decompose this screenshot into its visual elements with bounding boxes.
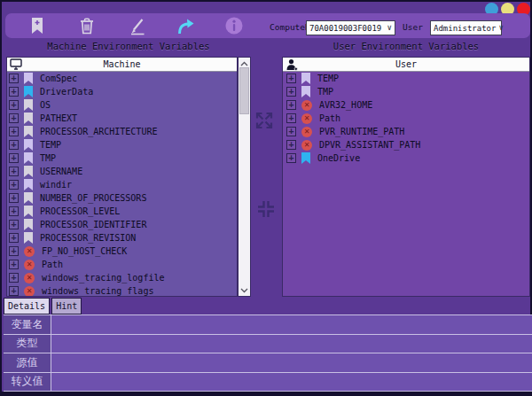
expand-plus-button[interactable] bbox=[9, 167, 19, 176]
export-button[interactable] bbox=[176, 16, 195, 35]
info-button[interactable] bbox=[224, 16, 244, 35]
variable-row[interactable]: PROCESSOR_IDENTIFIER bbox=[7, 218, 237, 231]
detail-field-label: 源值 bbox=[4, 353, 51, 372]
expand-plus-button[interactable] bbox=[286, 74, 296, 83]
variable-row[interactable]: NUMBER_OF_PROCESSORS bbox=[7, 191, 237, 205]
expand-plus-button[interactable] bbox=[9, 286, 19, 296]
user-panel-title: User Environment Variables bbox=[282, 41, 530, 52]
variable-row[interactable]: DriverData bbox=[7, 85, 237, 98]
variable-status-icon bbox=[301, 73, 310, 84]
expand-plus-button[interactable] bbox=[9, 127, 19, 136]
variable-name: AVR32_HOME bbox=[319, 100, 372, 110]
delete-trash-icon bbox=[77, 16, 97, 35]
variable-row[interactable]: OS bbox=[7, 98, 237, 112]
variable-row[interactable]: TMP bbox=[7, 151, 237, 165]
expand-plus-button[interactable] bbox=[286, 153, 296, 163]
expand-plus-button[interactable] bbox=[9, 100, 19, 110]
user-panel: User TEMP TMP bbox=[282, 57, 530, 297]
variable-name: windir bbox=[40, 180, 72, 190]
variable-status-icon bbox=[24, 206, 33, 217]
variable-row[interactable]: windows_tracing_logfile bbox=[7, 271, 237, 284]
variable-row[interactable]: windir bbox=[7, 178, 237, 191]
expand-plus-button[interactable] bbox=[286, 127, 296, 136]
edit-pencil-icon bbox=[128, 16, 147, 35]
expand-plus-button[interactable] bbox=[9, 180, 19, 190]
variable-row[interactable]: ComSpec bbox=[7, 72, 237, 85]
chevron-down-icon bbox=[240, 288, 248, 293]
variable-status-icon bbox=[24, 113, 33, 124]
expand-plus-button[interactable] bbox=[9, 233, 19, 243]
expand-plus-button[interactable] bbox=[286, 140, 296, 150]
variable-status-icon bbox=[301, 86, 310, 97]
machine-variable-list: ComSpec DriverData OS bbox=[7, 72, 237, 296]
variable-status-icon bbox=[301, 100, 312, 111]
variable-row[interactable]: TEMP bbox=[7, 138, 237, 151]
add-bookmark-button[interactable] bbox=[27, 16, 47, 35]
variable-name: windows_tracing_logfile bbox=[42, 273, 164, 283]
detail-tabbar: Details Hint bbox=[4, 298, 83, 314]
variable-name: DriverData bbox=[40, 87, 93, 97]
expand-plus-button[interactable] bbox=[9, 87, 19, 97]
edit-button[interactable] bbox=[128, 16, 147, 35]
variable-row[interactable]: PROCESSOR_LEVEL bbox=[7, 205, 237, 218]
tab-hint[interactable]: Hint bbox=[51, 298, 82, 314]
variable-row[interactable]: Path bbox=[283, 112, 529, 125]
expand-plus-button[interactable] bbox=[286, 113, 296, 123]
variable-row[interactable]: DPVR_ASSISTANT_PATH bbox=[283, 138, 529, 151]
variable-row[interactable]: FP_NO_HOST_CHECK bbox=[7, 245, 237, 258]
machine-panel-title: Machine Environment Variables bbox=[6, 41, 251, 52]
variable-status-icon bbox=[24, 219, 33, 230]
variable-row[interactable]: AVR32_HOME bbox=[283, 98, 529, 112]
variable-name: TEMP bbox=[317, 74, 339, 83]
variable-row[interactable]: PVR_RUNTIME_PATH bbox=[283, 125, 529, 138]
expand-plus-button[interactable] bbox=[9, 206, 19, 216]
toolbar: ComputeName 70A0019003F0019 ∨ User Admin… bbox=[5, 13, 530, 38]
detail-field-label: 类型 bbox=[4, 335, 51, 353]
detail-row: 变量名 bbox=[4, 315, 532, 335]
expand-plus-button[interactable] bbox=[9, 246, 19, 256]
variable-status-icon bbox=[24, 152, 33, 164]
expand-plus-button[interactable] bbox=[9, 193, 19, 203]
user-list: User TEMP TMP bbox=[282, 57, 530, 297]
variable-name: DPVR_ASSISTANT_PATH bbox=[319, 140, 420, 150]
variable-status-icon bbox=[301, 152, 310, 164]
variable-row[interactable]: PROCESSOR_REVISION bbox=[7, 231, 237, 245]
variable-status-icon bbox=[24, 73, 33, 84]
user-variable-list: TEMP TMP AVR32_HOME bbox=[283, 72, 529, 296]
expand-plus-button[interactable] bbox=[9, 260, 19, 269]
machine-header-label: Machine bbox=[103, 59, 140, 69]
collapse-corners-icon bbox=[254, 198, 278, 221]
variable-row[interactable]: PROCESSOR_ARCHITECTURE bbox=[7, 125, 237, 138]
detail-row: 源值 bbox=[4, 353, 532, 373]
variable-row[interactable]: OneDrive bbox=[283, 151, 529, 165]
tab-details[interactable]: Details bbox=[4, 298, 50, 314]
scroll-down-button[interactable] bbox=[239, 284, 250, 296]
variable-status-icon bbox=[24, 246, 35, 257]
user-select[interactable]: Administrator ∨ bbox=[430, 20, 502, 35]
expand-plus-button[interactable] bbox=[9, 153, 19, 163]
expand-plus-button[interactable] bbox=[286, 100, 296, 110]
variable-row[interactable]: PATHEXT bbox=[7, 112, 237, 125]
expand-plus-button[interactable] bbox=[9, 140, 19, 150]
variable-row[interactable]: windows_tracing_flags bbox=[7, 284, 237, 296]
detail-table: 变量名 类型 源值 转义值 bbox=[4, 314, 532, 392]
variable-row[interactable]: USERNAME bbox=[7, 165, 237, 178]
scroll-thumb[interactable] bbox=[239, 67, 249, 114]
collapse-all-button[interactable] bbox=[254, 198, 278, 221]
variable-row[interactable]: Path bbox=[7, 258, 237, 271]
computer-name-select[interactable]: 70A0019003F0019 ∨ bbox=[306, 20, 395, 35]
machine-list-header: Machine bbox=[7, 58, 237, 72]
variable-status-icon bbox=[24, 126, 33, 137]
detail-field-value bbox=[51, 373, 532, 392]
expand-plus-button[interactable] bbox=[9, 74, 19, 83]
expand-plus-button[interactable] bbox=[9, 113, 19, 123]
expand-plus-button[interactable] bbox=[9, 273, 19, 283]
variable-row[interactable]: TEMP bbox=[283, 72, 529, 85]
expand-plus-button[interactable] bbox=[9, 220, 19, 229]
variable-row[interactable]: TMP bbox=[283, 85, 529, 98]
expand-plus-button[interactable] bbox=[286, 87, 296, 97]
machine-scrollbar[interactable] bbox=[238, 57, 251, 297]
expand-all-button[interactable] bbox=[253, 109, 276, 132]
delete-button[interactable] bbox=[77, 16, 97, 35]
variable-name: OS bbox=[40, 100, 51, 110]
